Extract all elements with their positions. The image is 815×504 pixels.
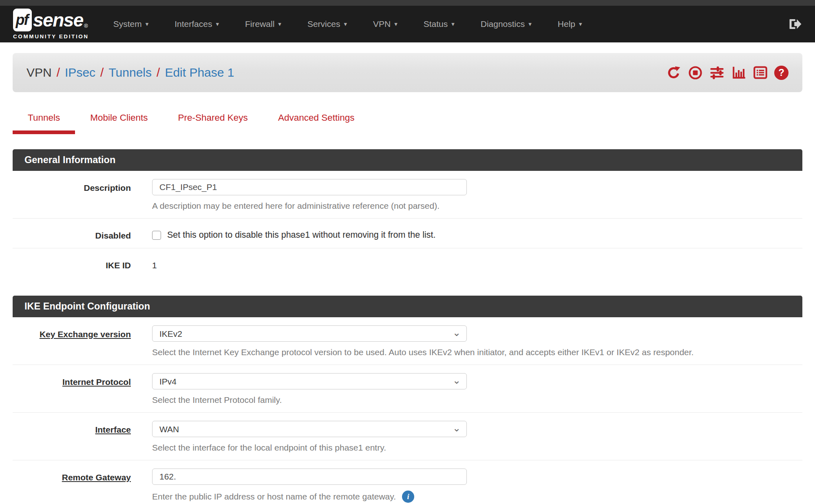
- breadcrumb-toolbar: ?: [666, 65, 788, 80]
- nav-item-system[interactable]: System ▾: [100, 19, 162, 29]
- nav-item-vpn[interactable]: VPN ▾: [360, 19, 411, 29]
- stop-circle-icon[interactable]: [688, 65, 703, 80]
- community-edition-label: COMMUNITY EDITION: [13, 33, 89, 40]
- tab-pre-shared-keys[interactable]: Pre-Shared Keys: [163, 113, 263, 134]
- breadcrumb-link-ipsec[interactable]: IPsec: [65, 66, 95, 80]
- key-exchange-version-help-text: Select the Internet Key Exchange protoco…: [152, 347, 802, 357]
- section-title: IKE Endpoint Configuration: [13, 296, 802, 317]
- window-top-strip: [0, 0, 815, 6]
- breadcrumb-bar: VPN / IPsec / Tunnels / Edit Phase 1: [13, 53, 802, 92]
- remote-gateway-input[interactable]: [152, 469, 467, 485]
- question-circle-icon[interactable]: ?: [774, 66, 788, 80]
- caret-down-icon: ▾: [146, 20, 149, 28]
- breadcrumb: VPN / IPsec / Tunnels / Edit Phase 1: [27, 66, 234, 80]
- key-exchange-version-select[interactable]: IKEv2: [152, 325, 467, 342]
- nav-item-diagnostics[interactable]: Diagnostics ▾: [468, 19, 545, 29]
- form-row-interface: Interface WAN ⌄ Select the interface for…: [13, 413, 802, 460]
- breadcrumb-separator: /: [100, 66, 104, 80]
- pfsense-logo-wordmark: pf sense ®: [13, 9, 89, 31]
- section-general-information: General Information Description A descri…: [13, 149, 802, 278]
- form-row-disabled: Disabled Set this option to disable this…: [13, 219, 802, 248]
- main-navbar: pf sense ® COMMUNITY EDITION System ▾ In…: [0, 6, 815, 42]
- pfsense-logo[interactable]: pf sense ® COMMUNITY EDITION: [13, 9, 89, 40]
- pf-logo-text: pf: [16, 11, 29, 29]
- breadcrumb-link-edit-phase-1[interactable]: Edit Phase 1: [165, 66, 234, 80]
- tab-mobile-clients[interactable]: Mobile Clients: [75, 113, 163, 134]
- remote-gateway-help-text: Enter the public IP address or host name…: [152, 492, 396, 502]
- nav-item-interfaces[interactable]: Interfaces ▾: [161, 19, 232, 29]
- nav-item-label: Interfaces: [174, 19, 212, 29]
- section-ike-endpoint-configuration: IKE Endpoint Configuration Key Exchange …: [13, 296, 802, 504]
- internet-protocol-select[interactable]: IPv4: [152, 373, 467, 389]
- pf-logo-box: pf: [13, 9, 32, 31]
- refresh-icon[interactable]: [666, 65, 681, 80]
- nav-item-status[interactable]: Status ▾: [411, 19, 468, 29]
- logout-button[interactable]: [787, 17, 802, 31]
- bar-chart-icon[interactable]: [731, 65, 746, 80]
- caret-down-icon: ▾: [451, 20, 455, 28]
- form-row-description: Description A description may be entered…: [13, 171, 802, 219]
- form-row-key-exchange-version: Key Exchange version IKEv2 ⌄ Select the …: [13, 317, 802, 365]
- caret-down-icon: ▾: [344, 20, 347, 28]
- nav-item-label: Help: [558, 19, 575, 29]
- caret-down-icon: ▾: [579, 20, 582, 28]
- sense-logo-text: sense: [33, 9, 83, 31]
- remote-gateway-label: Remote Gateway: [13, 469, 131, 482]
- internet-protocol-label: Internet Protocol: [13, 373, 131, 387]
- nav-menu: System ▾ Interfaces ▾ Firewall ▾ Service…: [100, 19, 595, 29]
- nav-item-label: Firewall: [245, 19, 274, 29]
- nav-item-firewall[interactable]: Firewall ▾: [232, 19, 294, 29]
- nav-item-services[interactable]: Services ▾: [294, 19, 360, 29]
- question-glyph: ?: [778, 67, 784, 78]
- nav-item-label: Services: [307, 19, 340, 29]
- nav-item-label: System: [113, 19, 142, 29]
- nav-item-help[interactable]: Help ▾: [545, 19, 595, 29]
- caret-down-icon: ▾: [394, 20, 398, 28]
- interface-help-text: Select the interface for the local endpo…: [152, 443, 802, 453]
- info-glyph: i: [407, 492, 409, 501]
- caret-down-icon: ▾: [278, 20, 281, 28]
- internet-protocol-help-text: Select the Internet Protocol family.: [152, 395, 802, 405]
- tab-advanced-settings[interactable]: Advanced Settings: [263, 113, 370, 134]
- list-icon[interactable]: [753, 65, 768, 80]
- breadcrumb-link-tunnels[interactable]: Tunnels: [108, 66, 152, 80]
- breadcrumb-separator: /: [157, 66, 160, 80]
- breadcrumb-vpn: VPN: [27, 66, 52, 80]
- description-help-text: A description may be entered here for ad…: [152, 201, 802, 211]
- key-exchange-version-label: Key Exchange version: [13, 325, 131, 339]
- registered-mark: ®: [84, 23, 88, 29]
- tab-bar: Tunnels Mobile Clients Pre-Shared Keys A…: [13, 113, 802, 134]
- ike-id-label: IKE ID: [13, 256, 131, 270]
- caret-down-icon: ▾: [528, 20, 532, 28]
- interface-select[interactable]: WAN: [152, 421, 467, 437]
- disabled-checkbox[interactable]: [152, 231, 161, 240]
- description-input[interactable]: [152, 179, 467, 195]
- nav-item-label: Diagnostics: [481, 19, 525, 29]
- nav-item-label: VPN: [373, 19, 391, 29]
- form-row-internet-protocol: Internet Protocol IPv4 ⌄ Select the Inte…: [13, 365, 802, 413]
- description-label: Description: [13, 179, 131, 193]
- disabled-label: Disabled: [13, 227, 131, 241]
- ike-id-value: 1: [152, 256, 802, 270]
- info-icon[interactable]: i: [402, 491, 414, 503]
- sliders-icon[interactable]: [709, 65, 724, 80]
- section-title: General Information: [13, 149, 802, 171]
- nav-item-label: Status: [424, 19, 448, 29]
- form-row-ike-id: IKE ID 1: [13, 248, 802, 278]
- interface-label: Interface: [13, 421, 131, 435]
- tab-tunnels[interactable]: Tunnels: [13, 113, 75, 134]
- form-row-remote-gateway: Remote Gateway Enter the public IP addre…: [13, 460, 802, 504]
- sign-out-icon: [787, 17, 802, 31]
- disabled-checkbox-label: Set this option to disable this phase1 w…: [167, 230, 435, 240]
- breadcrumb-separator: /: [57, 66, 60, 80]
- caret-down-icon: ▾: [216, 20, 219, 28]
